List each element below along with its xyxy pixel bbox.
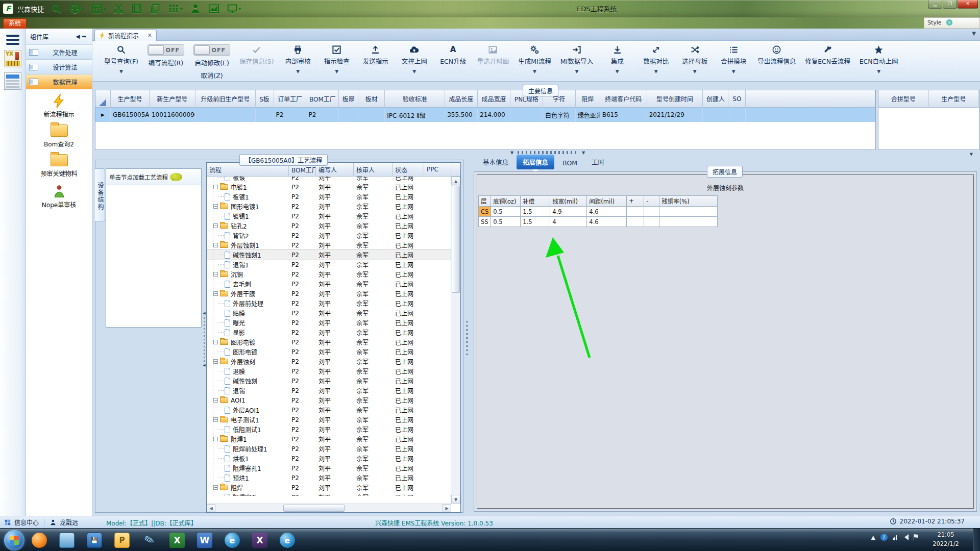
sidebar-group-0[interactable]: 文件处理 <box>26 45 92 60</box>
integrate-button[interactable]: 集成▼ <box>602 44 632 74</box>
tree-row[interactable]: 曝光 P2 刘平 佘军 已上网 <box>207 318 451 328</box>
param-cell[interactable] <box>627 207 644 217</box>
expand-icon[interactable]: − <box>213 223 218 228</box>
param-cell[interactable] <box>627 217 644 227</box>
toggle-switch[interactable]: OFF <box>193 44 230 56</box>
column-header[interactable] <box>746 90 875 107</box>
overflow-chevron-icon[interactable]: ▼ <box>972 31 976 36</box>
collapse-left-icon[interactable]: ◀ <box>203 363 205 367</box>
param-cell[interactable] <box>644 217 659 227</box>
column-header[interactable]: 升级前旧生产型号 <box>195 90 256 107</box>
main-table-row[interactable]: ▶GB615005A010011600009033P2P2IPC-6012 Ⅱ级… <box>95 108 875 122</box>
column-header[interactable]: 合拼型号 <box>878 90 929 107</box>
sidebar-group-2[interactable]: 数据管理 <box>26 74 92 89</box>
info-center-label[interactable]: 信息中心 <box>14 518 39 527</box>
column-header[interactable] <box>95 90 111 107</box>
chevron-down-icon[interactable]: ▼ <box>296 69 300 74</box>
grid-dots-icon[interactable]: ▾ <box>168 3 183 14</box>
pin-icon[interactable]: ➡ <box>82 33 88 40</box>
panel-splitter-handle[interactable]: ◀ ◀ <box>202 311 206 367</box>
tree-row[interactable]: 预烘1 P2 刘平 佘军 已上网 <box>207 473 451 483</box>
expand-icon[interactable]: − <box>213 359 218 364</box>
doc-upload-button[interactable]: 文控上网▼ <box>400 44 429 74</box>
detail-tab-2[interactable]: BOM <box>556 157 583 169</box>
chevron-down-icon[interactable]: ▼ <box>335 69 338 74</box>
chevron-down-icon[interactable]: ▼ <box>693 69 697 74</box>
tab-new-flow-instruction[interactable]: 新流程指示 ✕ <box>94 30 157 41</box>
tree-row[interactable]: 退锡1 P2 刘平 佘军 已上网 <box>207 260 451 269</box>
tree-row[interactable]: 外层前处理 P2 刘平 佘军 已上网 <box>207 298 451 308</box>
tree-row[interactable]: 阻焊前处理1 P2 刘平 佘军 已上网 <box>207 444 451 454</box>
taskbar-app-x[interactable]: X <box>249 531 271 549</box>
column-header[interactable]: 创建人 <box>703 90 728 107</box>
toggle-switch[interactable]: OFF <box>148 44 184 56</box>
sidebar-item-2[interactable]: 预审关键物料 <box>26 154 92 178</box>
ecn-upgrade-button[interactable]: ECN升级 <box>438 44 468 66</box>
yx-factory-icon[interactable]: YX <box>4 50 21 67</box>
sidebar-group-1[interactable]: 设计算法 <box>26 60 92 74</box>
param-cell[interactable] <box>644 207 659 217</box>
tree-row[interactable]: −钻孔2 P2 刘平 佘军 已上网 <box>207 221 451 231</box>
sidebar-item-3[interactable]: Nope单审核 <box>26 184 92 209</box>
param-cell[interactable]: 4.6 <box>587 217 627 227</box>
system-tab[interactable]: 系统 <box>3 18 27 29</box>
expand-icon[interactable]: − <box>213 485 218 490</box>
taskbar-clock[interactable]: 21:05 2022/1/2 <box>926 531 966 549</box>
chevron-down-icon[interactable]: ▼ <box>654 69 658 74</box>
tree-row[interactable]: −沉铜 P2 刘平 佘军 已上网 <box>207 269 451 279</box>
help-icon[interactable]: ? <box>880 534 888 541</box>
search-icon[interactable] <box>51 3 62 14</box>
chevron-down-icon[interactable]: ▼ <box>533 69 536 74</box>
detail-tab-3[interactable]: 工时 <box>585 155 610 169</box>
sidebar-item-1[interactable]: Bom查询2 <box>26 124 92 148</box>
write-flow-toggle[interactable]: OFF 编写流程(R) <box>148 44 184 67</box>
tree-row[interactable]: 烘板1 P2 刘平 佘军 已上网 <box>207 454 451 463</box>
mi-data-import-button[interactable]: MI数据导入▼ <box>560 44 593 74</box>
taskbar-app-folder[interactable]: P <box>111 531 133 549</box>
param-cell[interactable]: 4 <box>550 217 587 227</box>
param-cell[interactable]: 4.6 <box>587 207 627 217</box>
tree-row[interactable]: 碱性蚀刻1 P2 刘平 佘军 已上网 <box>207 250 451 260</box>
scroll-left-icon[interactable]: ◀ <box>207 504 215 512</box>
sidebar-item-0[interactable]: 新流程指示 <box>26 93 92 118</box>
expand-icon[interactable]: − <box>213 398 218 403</box>
start-modify-toggle[interactable]: OFF 启动修改(E)取消(Z) <box>193 44 230 80</box>
column-header[interactable]: 终端客户代码 <box>600 90 647 107</box>
column-header[interactable]: 阻焊 <box>576 90 600 107</box>
start-button[interactable] <box>4 530 24 550</box>
taskbar-app-firefox[interactable] <box>29 531 50 549</box>
taskbar-app-feather[interactable]: ✎ <box>139 531 160 549</box>
column-header[interactable]: SO <box>728 90 746 107</box>
tree-row[interactable]: −图形电镀 P2 刘平 佘军 已上网 <box>207 337 451 347</box>
column-header[interactable]: 板厚 <box>339 90 358 107</box>
detail-tab-0[interactable]: 基本信息 <box>477 155 514 169</box>
column-header[interactable]: 型号创建时间 <box>647 90 703 107</box>
model-query-button[interactable]: 型号查询(F)▼ <box>104 44 138 74</box>
tree-row[interactable]: 背钻2 P2 刘平 佘军 已上网 <box>207 231 451 240</box>
column-header[interactable]: S板 <box>256 90 274 107</box>
tree-row[interactable]: 退锡 P2 刘平 佘军 已上网 <box>207 386 451 395</box>
tree-column-header[interactable]: 状态 <box>393 163 424 176</box>
instruction-check-button[interactable]: 指示检查▼ <box>322 44 352 74</box>
data-compare-button[interactable]: 数据对比▼ <box>641 44 671 74</box>
param-cell[interactable] <box>659 217 718 227</box>
send-instruction-button[interactable]: 发送指示 <box>361 44 390 66</box>
table-icon[interactable]: ▾ <box>91 3 106 14</box>
calculator-link-icon[interactable] <box>4 72 21 90</box>
detail-tab-1[interactable]: 拓展信息 <box>517 155 554 169</box>
tree-row[interactable]: 板镀 P2 刘平 佘军 已上网 <box>207 177 451 182</box>
tree-row[interactable]: 退膜 P2 刘平 佘军 已上网 <box>207 366 451 376</box>
show-desktop-button[interactable] <box>973 529 980 551</box>
merge-module-button[interactable]: 合拼模块▼ <box>719 44 748 74</box>
column-header[interactable]: 生产型号 <box>929 90 979 107</box>
close-button[interactable]: ✕ <box>958 0 978 9</box>
cancel-label[interactable]: 取消(Z) <box>201 70 223 80</box>
tree-row[interactable]: −外层蚀刻1 P2 刘平 佘军 已上网 <box>207 240 451 250</box>
expand-icon[interactable]: − <box>213 272 218 277</box>
tree-column-header[interactable]: PPC <box>424 163 451 176</box>
expand-icon[interactable]: − <box>213 204 218 209</box>
tree-row[interactable]: 阻焊塞孔 P2 刘平 佘军 已上网 <box>207 492 451 496</box>
action-center-flag-icon[interactable] <box>914 534 919 540</box>
chevron-down-icon[interactable]: ▼ <box>732 69 736 74</box>
param-row[interactable]: SS0.51.544.6 <box>479 217 718 227</box>
